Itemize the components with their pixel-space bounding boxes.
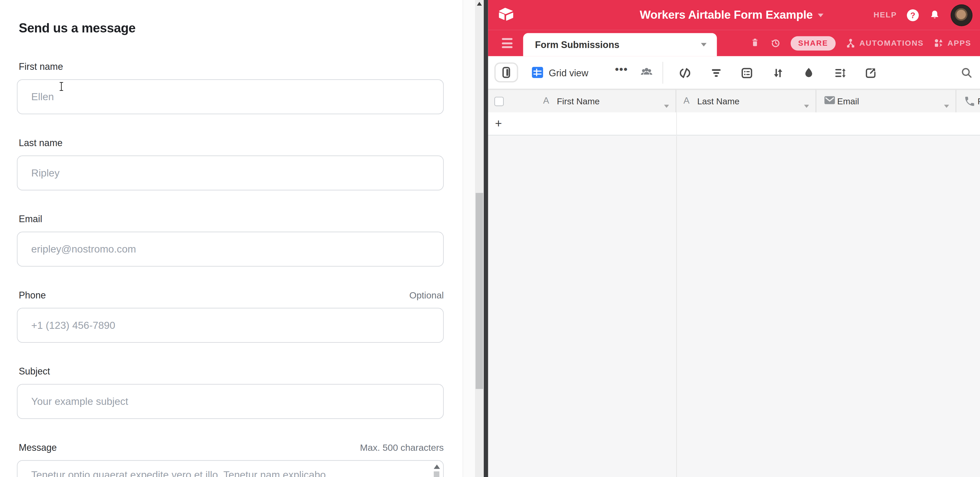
empty-grid-area — [488, 136, 980, 477]
field-label-first-name: First name — [19, 61, 63, 72]
first-name-placeholder: Ellen — [31, 91, 54, 103]
phone-input[interactable]: +1 (123) 456-7890 — [17, 308, 444, 343]
column-name: First Name — [557, 96, 600, 106]
apps-icon — [933, 37, 944, 49]
collaborators-icon[interactable] — [639, 66, 654, 79]
filter-icon[interactable] — [709, 66, 723, 80]
email-field-icon — [823, 95, 835, 108]
field-note-message: Max. 500 characters — [360, 443, 444, 453]
column-name: Email — [837, 96, 859, 106]
column-caret-icon[interactable] — [803, 100, 809, 103]
base-title-caret-icon[interactable] — [818, 13, 824, 17]
textarea-scroll-thumb[interactable] — [434, 471, 439, 477]
apps-label: APPS — [948, 39, 971, 48]
column-header-email[interactable]: Email — [816, 90, 956, 113]
notifications-bell-icon[interactable] — [929, 9, 941, 21]
field-label-phone: Phone — [19, 290, 46, 300]
field-label-last-name: Last name — [19, 137, 62, 148]
table-tabs-bar: Form Submissions SHARE — [488, 30, 980, 56]
pane-gutter — [463, 0, 476, 477]
subject-input[interactable]: Your example subject — [17, 384, 444, 419]
left-pane-scrollbar-thumb[interactable] — [476, 193, 483, 389]
column-header-phone[interactable]: Phone — [956, 90, 980, 113]
tab-caret-icon[interactable] — [701, 43, 707, 47]
field-label-email: Email — [19, 214, 42, 224]
sidebar-menu-icon[interactable] — [502, 38, 512, 48]
base-title[interactable]: Workers Airtable Form Example — [640, 8, 813, 22]
tab-form-submissions[interactable]: Form Submissions — [523, 33, 717, 56]
column-caret-icon[interactable] — [943, 100, 949, 103]
view-name[interactable]: Grid view — [549, 68, 588, 78]
share-button[interactable]: SHARE — [791, 36, 835, 50]
phone-field-icon — [964, 95, 975, 108]
form-row-message: MessageMax. 500 charactersTenetur optio … — [0, 442, 463, 477]
last-name-input[interactable]: Ripley — [17, 155, 444, 190]
column-header-last-name[interactable]: ALast Name — [676, 90, 816, 113]
automations-button[interactable]: AUTOMATIONS — [845, 37, 924, 49]
toolbar-divider — [662, 62, 663, 84]
form-row-first-name: First nameEllen — [0, 61, 463, 116]
column-caret-icon[interactable] — [663, 100, 669, 103]
scrollbar-up-arrow-icon[interactable] — [477, 2, 482, 5]
text-field-icon: A — [684, 95, 689, 105]
message-placeholder: Tenetur optio quaerat expedite vero et i… — [31, 469, 326, 477]
trash-icon[interactable] — [749, 37, 760, 49]
form-row-subject: SubjectYour example subject — [0, 366, 463, 421]
screen: Send us a message First nameEllenLast na… — [0, 0, 980, 477]
user-avatar[interactable] — [951, 4, 972, 26]
form-row-email: Emaileripley@nostromo.com — [0, 214, 463, 269]
textarea-scroll-up-icon[interactable] — [434, 464, 440, 469]
add-record-row[interactable]: + — [488, 113, 980, 135]
column-header-first-name[interactable]: AFirst Name — [488, 90, 676, 113]
search-icon[interactable] — [960, 66, 973, 79]
form-heading: Send us a message — [19, 21, 135, 36]
color-icon[interactable] — [802, 66, 816, 80]
sidebar-toggle-icon — [500, 66, 513, 79]
view-toolbar: Grid view ••• — [488, 56, 980, 90]
toolbar-icon-buttons — [678, 66, 877, 80]
message-textarea[interactable]: Tenetur optio quaerat expedite vero et i… — [17, 460, 444, 477]
automations-icon — [845, 37, 856, 49]
first-name-input[interactable]: Ellen — [17, 79, 444, 114]
text-cursor-ibeam — [57, 81, 65, 92]
airtable-topbar: Workers Airtable Form Example HELP ? — [488, 0, 980, 30]
share-view-icon[interactable] — [864, 66, 877, 80]
history-icon[interactable] — [770, 37, 781, 49]
form-row-phone: PhoneOptional+1 (123) 456-7890 — [0, 290, 463, 345]
hide-fields-icon[interactable] — [678, 66, 692, 80]
form-row-last-name: Last nameRipley — [0, 137, 463, 192]
window-divider[interactable] — [484, 0, 488, 477]
automations-label: AUTOMATIONS — [859, 39, 924, 48]
last-name-placeholder: Ripley — [31, 167, 59, 179]
text-field-icon: A — [543, 95, 549, 105]
field-label-message: Message — [19, 442, 57, 453]
view-sidebar-toggle-button[interactable] — [495, 63, 518, 82]
primary-column-divider — [676, 136, 676, 477]
email-placeholder: eripley@nostromo.com — [31, 243, 136, 255]
table-header-row: AFirst NameALast NameEmailPhone — [488, 89, 980, 114]
subject-placeholder: Your example subject — [31, 396, 128, 407]
add-record-plus-icon[interactable]: + — [495, 117, 502, 130]
textarea-scrollbar[interactable] — [434, 464, 440, 477]
field-label-subject: Subject — [19, 366, 50, 377]
field-note-phone: Optional — [409, 290, 444, 300]
email-input[interactable]: eripley@nostromo.com — [17, 232, 444, 267]
primary-column-divider — [676, 113, 676, 135]
airtable-logo-icon[interactable] — [498, 7, 514, 22]
tab-label: Form Submissions — [535, 40, 619, 50]
apps-button[interactable]: APPS — [933, 37, 971, 49]
help-question-icon[interactable]: ? — [907, 9, 919, 21]
sort-icon[interactable] — [771, 66, 785, 80]
grid-view-icon[interactable] — [532, 67, 543, 78]
row-height-icon[interactable] — [833, 66, 846, 80]
column-name: Phone — [977, 96, 980, 106]
help-button[interactable]: HELP — [873, 11, 897, 19]
column-name: Last Name — [697, 96, 740, 106]
group-icon[interactable] — [740, 66, 754, 80]
airtable-pane: Workers Airtable Form Example HELP ? For… — [488, 0, 980, 477]
contact-form-pane: Send us a message First nameEllenLast na… — [0, 0, 463, 477]
phone-placeholder: +1 (123) 456-7890 — [31, 320, 115, 331]
view-more-ellipsis[interactable]: ••• — [615, 63, 628, 76]
